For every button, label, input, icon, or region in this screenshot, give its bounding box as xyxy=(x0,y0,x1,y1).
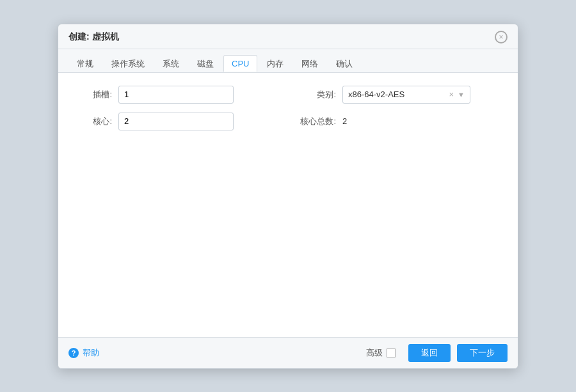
tab-general[interactable]: 常规 xyxy=(68,54,102,73)
total-cores-value: 2 xyxy=(342,116,347,126)
tab-cpu[interactable]: CPU xyxy=(223,55,257,72)
clear-icon[interactable]: × xyxy=(449,90,454,99)
dialog-footer: ? 帮助 高级 返回 下一步 xyxy=(58,337,518,368)
advanced-label: 高级 xyxy=(366,347,383,359)
tab-bar: 常规 操作系统 系统 磁盘 CPU 内存 网络 确认 xyxy=(58,49,518,73)
total-cores-label: 核心总数: xyxy=(298,116,336,127)
tab-os[interactable]: 操作系统 xyxy=(103,54,153,73)
help-label[interactable]: 帮助 xyxy=(83,347,99,359)
footer-left: ? 帮助 xyxy=(68,347,99,359)
category-value: x86-64-v2-AES xyxy=(348,90,445,99)
tab-disk[interactable]: 磁盘 xyxy=(189,54,222,73)
form-grid: 插槽: ▲ ▼ 类别: x86-64-v2-AES × ▼ xyxy=(74,86,502,130)
cores-input-container: ▲ ▼ xyxy=(118,113,234,130)
next-button[interactable]: 下一步 xyxy=(457,344,508,362)
socket-input-container: ▲ ▼ xyxy=(118,86,234,104)
close-button[interactable]: × xyxy=(495,31,508,43)
back-button[interactable]: 返回 xyxy=(408,344,451,362)
socket-row: 插槽: ▲ ▼ xyxy=(74,86,278,104)
dialog-header: 创建: 虚拟机 × xyxy=(58,24,518,49)
category-label: 类别: xyxy=(298,89,336,100)
tab-confirm[interactable]: 确认 xyxy=(328,54,361,73)
total-cores-row: 核心总数: 2 xyxy=(298,113,502,130)
tab-system[interactable]: 系统 xyxy=(154,54,188,73)
dialog-title: 创建: 虚拟机 xyxy=(68,31,119,43)
category-row: 类别: x86-64-v2-AES × ▼ xyxy=(298,86,502,104)
cores-row: 核心: ▲ ▼ xyxy=(74,113,278,130)
dialog-body: 插槽: ▲ ▼ 类别: x86-64-v2-AES × ▼ xyxy=(58,73,518,337)
advanced-checkbox[interactable] xyxy=(387,349,396,357)
help-icon[interactable]: ? xyxy=(68,348,79,358)
advanced-section: 高级 xyxy=(366,347,396,359)
tab-network[interactable]: 网络 xyxy=(293,54,326,73)
dropdown-icon[interactable]: ▼ xyxy=(458,91,465,98)
create-vm-dialog: 创建: 虚拟机 × 常规 操作系统 系统 磁盘 CPU 内存 网络 确认 插槽:… xyxy=(58,24,518,369)
cores-input[interactable] xyxy=(119,116,234,126)
tab-memory[interactable]: 内存 xyxy=(259,54,292,73)
cores-label: 核心: xyxy=(74,116,112,127)
category-select[interactable]: x86-64-v2-AES × ▼ xyxy=(342,86,470,104)
socket-input[interactable] xyxy=(119,90,234,99)
socket-label: 插槽: xyxy=(74,89,112,100)
